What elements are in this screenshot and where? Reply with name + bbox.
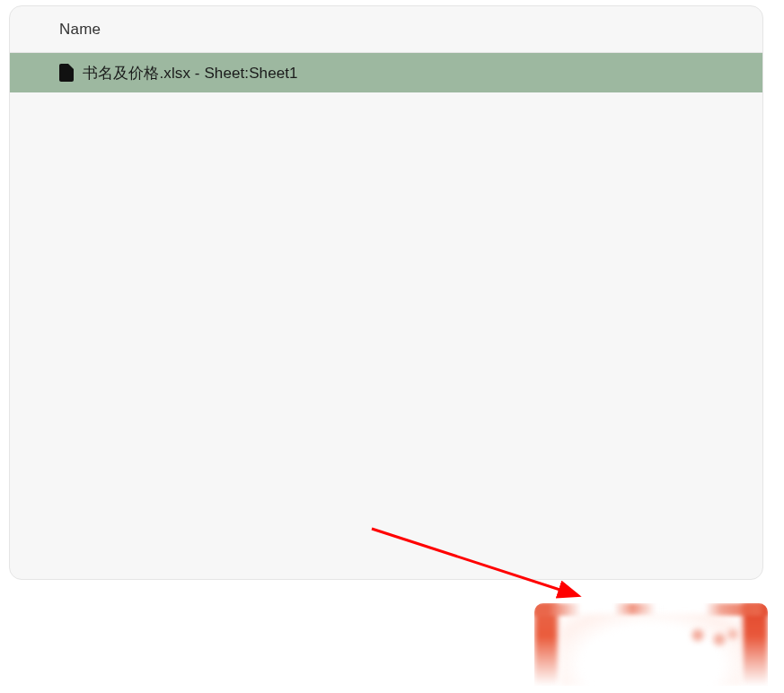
column-header-name[interactable]: Name <box>59 21 101 39</box>
decorative-image <box>534 603 768 686</box>
table-row[interactable]: 书名及价格.xlsx - Sheet:Sheet1 <box>10 53 762 92</box>
table-header: Name <box>10 6 762 53</box>
file-icon <box>59 64 74 82</box>
file-list-panel: Name 书名及价格.xlsx - Sheet:Sheet1 <box>9 5 763 580</box>
file-name-label: 书名及价格.xlsx - Sheet:Sheet1 <box>83 63 298 83</box>
